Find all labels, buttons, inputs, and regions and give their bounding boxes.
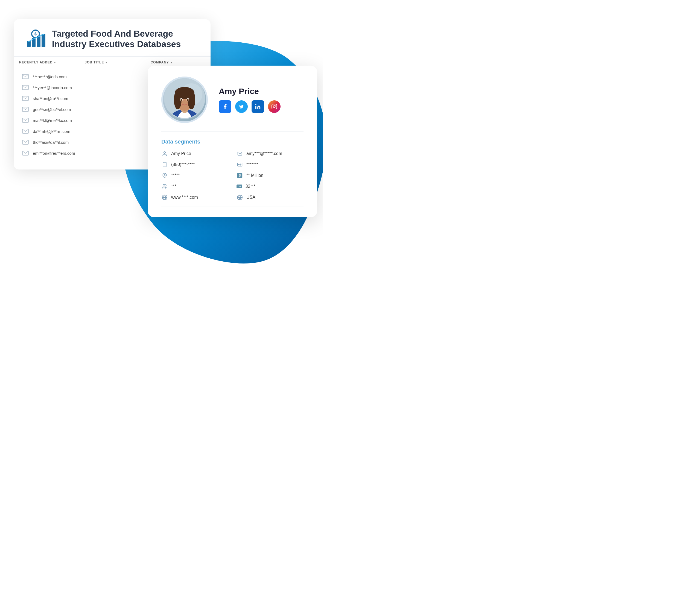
data-segments-title: Data segments (161, 139, 303, 145)
svg-point-36 (238, 164, 239, 165)
zip-badge: ZIP (237, 185, 242, 188)
social-icons (219, 100, 303, 113)
website-icon (161, 194, 168, 201)
envelope-icon (22, 85, 29, 90)
svg-point-27 (180, 99, 182, 101)
location-icon (161, 172, 168, 179)
envelope-icon (22, 150, 29, 156)
data-item-id: ******* (237, 161, 303, 168)
twitter-icon[interactable] (235, 100, 248, 113)
profile-top: Amy Price (161, 77, 303, 131)
filter-recently-added[interactable]: RECENTLY ADDED ▾ (14, 57, 79, 68)
envelope-icon (22, 96, 29, 101)
country-icon (237, 194, 243, 201)
instagram-icon[interactable] (268, 100, 280, 113)
svg-rect-5 (41, 34, 46, 47)
profile-card: Amy Price (148, 66, 317, 217)
chart-icon: $ (25, 28, 47, 50)
envelope-icon (22, 117, 29, 123)
profile-info: Amy Price (219, 87, 303, 113)
data-item-name: Amy Price (161, 150, 228, 157)
svg-point-37 (164, 174, 165, 176)
id-icon (237, 161, 243, 168)
data-item-phone: (850)***-**** (161, 161, 228, 168)
svg-point-28 (187, 99, 189, 101)
data-item-revenue: $ ** Million (237, 172, 303, 179)
envelope-icon (22, 139, 29, 145)
phone-icon (161, 161, 168, 168)
data-item-zip: ZIP 32*** (237, 183, 303, 190)
employees-icon (161, 183, 168, 190)
svg-text:$: $ (239, 174, 241, 177)
svg-rect-30 (272, 104, 277, 109)
chevron-icon: ▾ (171, 61, 172, 64)
facebook-icon[interactable] (219, 100, 231, 113)
data-grid: Amy Price amy***@*****.com (161, 150, 303, 206)
chevron-icon: ▾ (54, 61, 56, 64)
title-line1: Targeted Food And Beverage (52, 29, 173, 39)
card-header: $ Targeted Food And Beverage Industry Ex… (14, 19, 211, 56)
data-item-email: amy***@*****.com (237, 150, 303, 157)
data-item-website: www.****.com (161, 194, 228, 201)
header-title: Targeted Food And Beverage Industry Exec… (52, 28, 181, 49)
title-line2: Industry Executives Databases (52, 39, 181, 49)
envelope-icon (22, 106, 29, 112)
data-item-country: USA (237, 194, 303, 201)
avatar (161, 77, 208, 123)
data-item-location: ***** (161, 172, 228, 179)
email-icon (237, 150, 243, 157)
svg-text:$: $ (35, 32, 37, 36)
envelope-icon (22, 74, 29, 79)
svg-rect-4 (37, 36, 40, 47)
svg-point-40 (163, 185, 165, 186)
profile-name: Amy Price (219, 87, 303, 96)
filter-job-title[interactable]: JOB TITLE ▾ (79, 57, 145, 68)
person-icon (161, 150, 168, 157)
linkedin-icon[interactable] (252, 100, 264, 113)
svg-point-32 (164, 152, 166, 154)
scene: $ Targeted Food And Beverage Industry Ex… (14, 11, 309, 279)
chevron-icon: ▾ (105, 61, 107, 64)
envelope-icon (22, 128, 29, 134)
svg-point-29 (255, 104, 257, 105)
data-item-employees: *** (161, 183, 228, 190)
dollar-icon: $ (237, 172, 243, 179)
